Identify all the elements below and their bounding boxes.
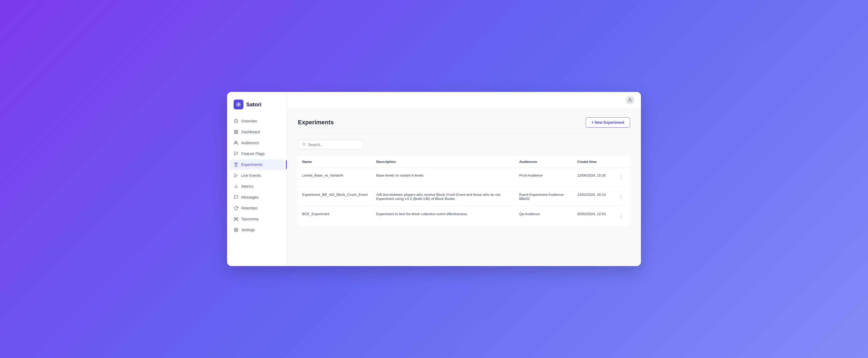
main-content: Experiments + New Experiment Name Descri… (287, 92, 641, 266)
row-more-button-2[interactable]: ⋮ (616, 212, 626, 220)
sidebar-label-taxonomy: Taxonomy (241, 217, 259, 221)
table-row[interactable]: Experiment_BB_v02_Block_Crush_Event A/B … (298, 187, 630, 206)
search-input[interactable] (308, 142, 359, 147)
col-header-description: Description (372, 156, 515, 168)
settings-icon (234, 227, 239, 232)
svg-point-0 (238, 104, 239, 105)
messages-icon (234, 195, 239, 200)
col-header-actions (612, 156, 630, 168)
search-icon (302, 142, 306, 147)
row-more-button-1[interactable]: ⋮ (616, 193, 626, 201)
sidebar-item-taxonomy[interactable]: Taxonomy (229, 214, 284, 224)
new-experiment-button[interactable]: + New Experiment (586, 117, 630, 128)
table-row[interactable]: BCE_Experiment Experiment to test the bl… (298, 206, 630, 226)
svg-point-6 (235, 141, 236, 142)
metrics-icon (234, 184, 239, 189)
experiments-icon (234, 162, 239, 167)
app-container: Satori Overview Dashboard (227, 92, 641, 266)
cell-audience-2: Qa-Audience (515, 206, 573, 226)
sidebar-label-retention: Retention (241, 206, 257, 210)
sidebar-label-overview: Overview (241, 119, 257, 123)
sidebar-label-feature-flags: Feature Flags (241, 152, 265, 156)
col-header-name: Name (298, 156, 372, 168)
cell-actions-0: ⋮ (612, 168, 630, 187)
logo-area: Satori (227, 97, 287, 116)
sidebar-label-experiments: Experiments (241, 162, 262, 167)
sidebar: Satori Overview Dashboard (227, 92, 287, 266)
svg-point-21 (236, 229, 237, 230)
svg-line-17 (235, 218, 236, 219)
svg-marker-8 (235, 174, 237, 177)
sidebar-label-live-events: Live Events (241, 173, 261, 177)
cell-description-1: A/B test between players who receive Blo… (372, 187, 515, 206)
svg-rect-2 (235, 130, 236, 132)
svg-line-19 (235, 219, 236, 220)
feature-flags-icon (234, 151, 239, 156)
search-bar (298, 140, 363, 149)
cell-create-time-2: 02/02/2024, 12:53 (573, 206, 612, 226)
sidebar-item-dashboard[interactable]: Dashboard (229, 127, 284, 137)
sidebar-item-settings[interactable]: Settings (229, 225, 284, 235)
sidebar-item-metrics[interactable]: Metrics (229, 181, 284, 192)
page-header: Experiments + New Experiment (298, 117, 630, 133)
sidebar-item-live-events[interactable]: Live Events (229, 170, 284, 181)
cell-audience-1: Event-Experiment-Audience-BBv02 (515, 187, 573, 206)
cell-create-time-0: 13/06/2024, 15:35 (573, 168, 612, 187)
cell-create-time-1: 14/02/2024, 20:14 (573, 187, 612, 206)
cell-actions-1: ⋮ (612, 187, 630, 206)
retention-icon (234, 206, 239, 210)
svg-rect-3 (236, 130, 238, 132)
overview-icon (234, 119, 239, 124)
sidebar-item-audiences[interactable]: Audiences (229, 138, 284, 148)
cell-actions-2: ⋮ (612, 206, 630, 226)
sidebar-label-metrics: Metrics (241, 184, 253, 189)
app-name: Satori (246, 101, 262, 108)
experiments-table: Name Description Audiences Create time L… (298, 156, 630, 226)
cell-audience-0: Prod-Audience (515, 168, 573, 187)
col-header-audiences: Audiences (515, 156, 573, 168)
cell-name-2: BCE_Experiment (298, 206, 372, 226)
logo-icon (234, 100, 243, 109)
nav-menu: Overview Dashboard Audiences (227, 116, 287, 235)
cell-name-0: Levels_Base_vs_VariantA (298, 168, 372, 187)
user-avatar[interactable] (626, 96, 634, 104)
sidebar-item-retention[interactable]: Retention (229, 203, 284, 213)
svg-rect-5 (235, 132, 236, 134)
sidebar-label-settings: Settings (241, 228, 255, 232)
cell-name-1: Experiment_BB_v02_Block_Crush_Event (298, 187, 372, 206)
sidebar-label-dashboard: Dashboard (241, 130, 260, 134)
svg-point-22 (629, 98, 631, 100)
top-bar (287, 92, 641, 108)
sidebar-label-messages: Messages (241, 195, 259, 199)
cell-description-2: Experiment to test the block collection … (372, 206, 515, 226)
taxonomy-icon (234, 217, 239, 222)
content-area: Experiments + New Experiment Name Descri… (287, 108, 641, 266)
audiences-icon (234, 140, 239, 145)
dashboard-icon (234, 129, 239, 134)
table-row[interactable]: Levels_Base_vs_VariantA Base levels vs v… (298, 168, 630, 187)
sidebar-item-experiments[interactable]: Experiments (229, 159, 284, 170)
svg-line-24 (305, 145, 306, 146)
page-title: Experiments (298, 119, 334, 126)
sidebar-label-audiences: Audiences (241, 141, 259, 145)
svg-line-20 (236, 219, 237, 220)
row-more-button-0[interactable]: ⋮ (616, 173, 626, 182)
sidebar-item-overview[interactable]: Overview (229, 116, 284, 126)
svg-rect-4 (236, 132, 238, 134)
live-events-icon (234, 173, 239, 178)
sidebar-item-messages[interactable]: Messages (229, 192, 284, 202)
cell-description-0: Base levels vs variant A levels (372, 168, 515, 187)
svg-line-18 (236, 218, 237, 219)
sidebar-item-feature-flags[interactable]: Feature Flags (229, 149, 284, 159)
col-header-create-time: Create time (573, 156, 612, 168)
